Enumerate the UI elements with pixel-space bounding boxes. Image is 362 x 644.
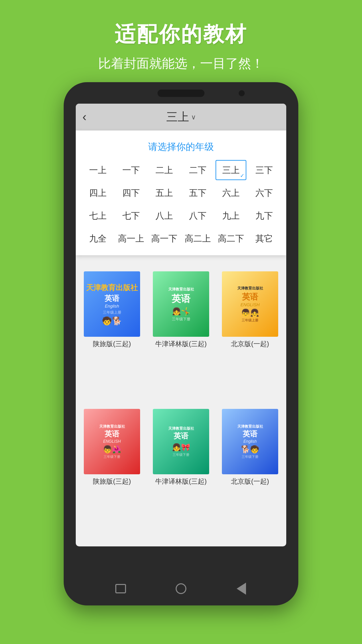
grade-item-g1up[interactable]: 高一上	[116, 228, 146, 249]
book-item[interactable]: 天津教育出版社 英语 👧🎀 三年级下册 牛津译林版(三起)	[148, 409, 214, 543]
book-cover: 天津教育出版社 英语 English 🐕🧒 三年级下册	[222, 409, 278, 474]
grade-item-6down[interactable]: 六下	[249, 183, 280, 203]
grade-grid-row1: 一上 一下 二上 二下 三上 三下 四上 四下 五上 五下 六上 六下 七上 七…	[82, 160, 280, 249]
book-item[interactable]: 天津教育出版社 英语 👧🤸 三年级下册 牛津译林版(三起)	[148, 271, 214, 406]
book-label: 陕旅版(三起)	[93, 477, 131, 486]
book-label: 陕旅版(三起)	[93, 339, 131, 348]
book-cover: 天津教育出版社 英语 👧🤸 三年级下册	[153, 271, 209, 337]
grade-title-text: 三上	[166, 109, 189, 125]
book-cover: 天津教育出版社 英语 ENGLISH 👦🌺 三年级下册	[84, 409, 140, 474]
grade-item-2down[interactable]: 二下	[182, 160, 213, 180]
page-header: 适配你的教材 比着封面就能选，一目了然！	[98, 0, 264, 72]
book-label: 北京版(一起)	[231, 339, 269, 348]
grade-item-5up[interactable]: 五上	[149, 183, 180, 203]
grade-item-9up[interactable]: 九上	[216, 206, 246, 226]
grade-item-9all[interactable]: 九全	[82, 228, 113, 249]
book-label: 北京版(一起)	[231, 477, 269, 486]
book-item[interactable]: 天津教育出版社 英语 English 🐕🧒 三年级下册 北京版(一起)	[217, 409, 283, 543]
book-cover: 天津教育出版社 英语 👧🎀 三年级下册	[153, 409, 209, 474]
grade-item-8down[interactable]: 八下	[182, 206, 213, 226]
back-button[interactable]: ‹	[82, 110, 86, 124]
main-subtitle: 比着封面就能选，一目了然！	[98, 55, 264, 72]
book-cover: 天津教育出版社 英语 English 三年级上册 🧒🐕	[84, 271, 140, 337]
dropdown-arrow-icon: ∨	[191, 113, 196, 121]
app-header: ‹ 三上 ∨	[76, 104, 286, 130]
grade-item-2up[interactable]: 二上	[149, 160, 180, 180]
grade-item-7up[interactable]: 七上	[82, 206, 113, 226]
grade-item-4up[interactable]: 四上	[82, 183, 113, 203]
grade-item-g1down[interactable]: 高一下	[149, 228, 180, 249]
book-item[interactable]: 天津教育出版社 英语 ENGLISH 👦🌺 三年级下册 陕旅版(三起)	[79, 409, 145, 543]
main-title: 适配你的教材	[98, 20, 264, 48]
grade-selector-popup: 请选择你的年级 一上 一下 二上 二下 三上 三下 四上 四下 五上 五下 六上…	[76, 130, 286, 255]
book-label: 牛津译林版(三起)	[155, 477, 206, 486]
phone-screen: ‹ 三上 ∨ 请选择你的年级 一上 一下 二上 二下 三上 三下 四上 四下 五…	[76, 104, 286, 546]
grade-item-3down[interactable]: 三下	[249, 160, 280, 180]
phone-top-bar	[64, 82, 298, 97]
back-nav-icon	[237, 583, 246, 595]
phone-bottom-bar	[64, 582, 298, 595]
grade-item-1up[interactable]: 一上	[82, 160, 113, 180]
grade-item-1down[interactable]: 一下	[116, 160, 146, 180]
grade-item-8up[interactable]: 八上	[149, 206, 180, 226]
grade-item-5down[interactable]: 五下	[182, 183, 213, 203]
book-label: 牛津译林版(三起)	[155, 339, 206, 348]
grade-item-g2up[interactable]: 高二上	[182, 228, 213, 249]
home-icon	[176, 583, 186, 594]
recent-apps-button[interactable]	[111, 582, 131, 595]
phone-device: ‹ 三上 ∨ 请选择你的年级 一上 一下 二上 二下 三上 三下 四上 四下 五…	[64, 82, 298, 605]
home-button[interactable]	[171, 582, 191, 595]
grade-item-6up[interactable]: 六上	[216, 183, 246, 203]
recent-apps-icon	[115, 584, 126, 593]
grade-item-7down[interactable]: 七下	[116, 206, 146, 226]
grade-item-4down[interactable]: 四下	[116, 183, 146, 203]
grade-selector-prompt: 请选择你的年级	[82, 141, 280, 153]
grade-item-9down[interactable]: 九下	[249, 206, 280, 226]
grade-title-button[interactable]: 三上 ∨	[166, 109, 196, 125]
book-item[interactable]: 天津教育出版社 英语 ENGLISH 👦👧 三年级上册 北京版(一起)	[217, 271, 283, 406]
grade-item-3up[interactable]: 三上	[216, 160, 246, 180]
grade-item-other[interactable]: 其它	[249, 228, 280, 249]
speaker-slot	[158, 90, 204, 97]
grade-item-g2down[interactable]: 高二下	[216, 228, 246, 249]
book-item[interactable]: 天津教育出版社 英语 English 三年级上册 🧒🐕 陕旅版(三起)	[79, 271, 145, 406]
camera-dot	[239, 90, 245, 96]
back-button-nav[interactable]	[231, 582, 251, 595]
book-cover: 天津教育出版社 英语 ENGLISH 👦👧 三年级上册	[222, 271, 278, 337]
